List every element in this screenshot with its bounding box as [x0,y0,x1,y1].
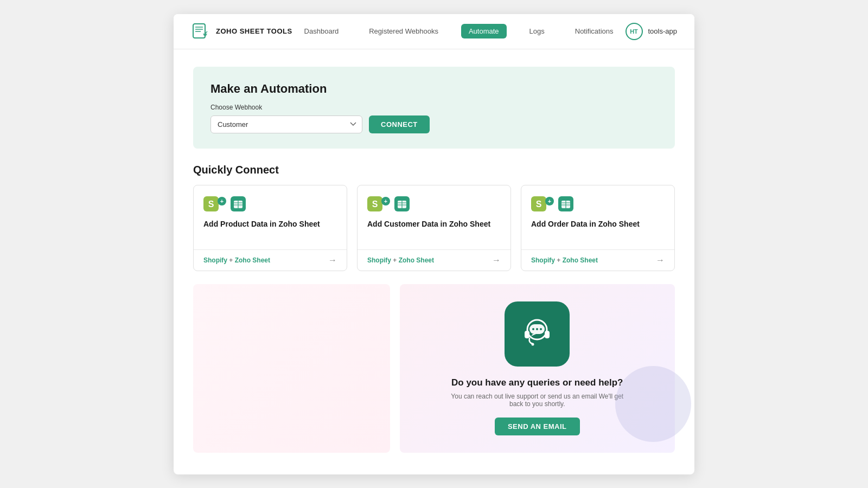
card-product[interactable]: S + Add Product Data in Zoho Sheet [193,185,347,271]
card-product-footer: Shopify + Zoho Sheet → [194,249,347,271]
avatar: HT [626,23,643,40]
plus-badge-3: + [545,197,554,206]
svg-point-28 [532,343,534,345]
shopify-icon-3: S [531,196,546,211]
support-icon-wrapper [505,301,570,367]
send-email-button[interactable]: SEND AN EMAIL [495,418,580,435]
shopify-icon-2: S [367,196,382,211]
card-order-footer: Shopify + Zoho Sheet → [521,249,674,271]
webhook-label: Choose Webhook [210,104,658,111]
nav-dashboard[interactable]: Dashboard [297,24,347,38]
nav-notifications[interactable]: Notifications [567,24,621,38]
support-wrapper: Do you have any queries or need help? Yo… [400,284,675,453]
card-customer-title: Add Customer Data in Zoho Sheet [367,219,501,241]
arrow-right-icon: → [328,255,337,265]
nav-automate[interactable]: Automate [461,24,507,38]
nav-registered-webhooks[interactable]: Registered Webhooks [361,24,446,38]
card-product-icons: S + [203,196,337,211]
svg-text:S: S [536,200,542,209]
main-nav: Dashboard Registered Webhooks Automate L… [297,24,621,38]
card-customer-footer: Shopify + Zoho Sheet → [358,249,510,271]
card-product-body: S + Add Product Data in Zoho Sheet [194,185,347,249]
automation-section: Make an Automation Choose Webhook Custom… [193,67,675,149]
webhook-select[interactable]: Customer Order Product [210,115,362,133]
logo-area: ZOHO SHEET TOOLS [191,22,292,41]
card-order-body: S + Add Order Data in Zoho Sheet [521,185,674,249]
svg-rect-27 [545,331,550,338]
webhook-row: Customer Order Product CONNECT [210,115,658,133]
plus-badge-2: + [381,197,390,206]
main-content: Make an Automation Choose Webhook Custom… [174,49,694,474]
card-order-icons: S + [531,196,665,211]
automation-title: Make an Automation [210,82,658,96]
bottom-left-decoration [193,284,390,453]
nav-logs[interactable]: Logs [522,24,552,38]
plus-badge: + [218,197,226,206]
arrow-right-icon-3: → [656,255,665,265]
svg-rect-0 [193,24,205,38]
svg-point-32 [540,328,542,330]
user-area: HT tools-app [626,23,677,40]
zoho-sheet-icon [231,196,246,211]
support-title: Do you have any queries or need help? [451,377,623,388]
card-customer-icons: S + [367,196,501,211]
cards-row: S + Add Product Data in Zoho Sheet [193,185,675,271]
support-description: You can reach out live support or send u… [445,393,629,408]
zoho-sheet-icon-2 [394,196,410,211]
decorative-circle [615,366,691,442]
logo-icon [191,22,210,41]
svg-text:S: S [372,200,378,209]
card-order-footer-text: Shopify + Zoho Sheet [531,256,598,264]
card-product-title: Add Product Data in Zoho Sheet [203,219,337,241]
card-order-title: Add Order Data in Zoho Sheet [531,219,665,241]
zoho-sheet-icon-3 [558,196,573,211]
arrow-right-icon-2: → [492,255,501,265]
connect-button[interactable]: CONNECT [369,115,430,133]
svg-point-30 [532,328,534,330]
support-section: Do you have any queries or need help? Yo… [400,284,675,453]
card-customer[interactable]: S + Add Customer Data in Zoho Sheet [357,185,511,271]
card-order[interactable]: S + Add Order Data in Zoho Sheet [521,185,675,271]
svg-point-31 [536,328,538,330]
svg-text:S: S [208,200,214,209]
card-customer-body: S + Add Customer Data in Zoho Sheet [358,185,510,249]
headset-icon [518,314,557,354]
card-product-footer-text: Shopify + Zoho Sheet [203,256,270,264]
username: tools-app [648,27,677,35]
bottom-section: Do you have any queries or need help? Yo… [193,284,675,453]
card-customer-footer-text: Shopify + Zoho Sheet [367,256,434,264]
logo-text: ZOHO SHEET TOOLS [216,27,292,35]
header: ZOHO SHEET TOOLS Dashboard Registered We… [174,14,694,49]
shopify-icon: S [203,196,219,211]
quickly-connect-title: Quickly Connect [193,164,675,176]
svg-rect-26 [525,331,529,338]
